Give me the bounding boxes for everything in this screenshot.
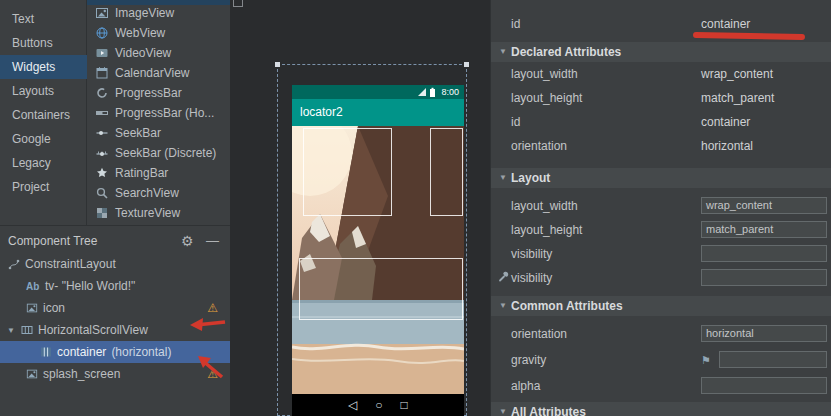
warning-icon: ⚠	[207, 367, 230, 381]
palette-item-progressbar[interactable]: ProgressBar	[87, 83, 230, 103]
alpha-field[interactable]	[701, 377, 827, 394]
tree-item-horizontalscrollview[interactable]: ▼ HorizontalScrollView	[0, 319, 230, 341]
attribute-row: layout_width wrap_content	[491, 62, 831, 86]
attribute-label: layout_height	[511, 218, 582, 242]
palette-category-project[interactable]: Project	[0, 175, 87, 199]
app-title: locator2	[300, 105, 343, 119]
calendarview-icon	[95, 66, 109, 80]
palette-item-seekbar[interactable]: SeekBar	[87, 123, 230, 143]
tree-item-label: container	[57, 345, 106, 359]
attribute-label: orientation	[511, 322, 567, 346]
resize-handle[interactable]	[464, 62, 469, 67]
component-tree-title: Component Tree	[8, 229, 97, 253]
resize-handle[interactable]	[275, 62, 280, 67]
attribute-row: gravity ⚑	[491, 348, 831, 372]
status-time: 8:00	[441, 87, 459, 97]
layout-width-combobox[interactable]: wrap_content	[701, 197, 827, 214]
attribute-value[interactable]: match_parent	[701, 86, 774, 110]
chevron-down-icon: ▼	[499, 42, 507, 62]
palette-item-progressbar-horizontal[interactable]: ProgressBar (Ho...	[87, 103, 230, 123]
palette-item-imageview[interactable]: ImageView	[87, 3, 230, 23]
tree-item-constraintlayout[interactable]: ConstraintLayout	[0, 253, 230, 275]
section-header-common-attributes[interactable]: ▼ Common Attributes	[491, 296, 831, 316]
tree-item-splash-screen[interactable]: splash_screen ⚠	[0, 363, 230, 385]
attribute-value[interactable]: container	[701, 110, 750, 134]
gear-icon[interactable]: ⚙	[181, 229, 194, 253]
imageview-bounds-outline	[299, 258, 463, 320]
chevron-down-icon: ▼	[499, 296, 507, 316]
palette-item-label: WebView	[115, 26, 165, 40]
chevron-down-icon[interactable]: ▼	[6, 326, 16, 335]
palette-item-videoview[interactable]: VideoView	[87, 43, 230, 63]
palette-category-text[interactable]: Text	[0, 7, 87, 31]
gravity-field[interactable]	[719, 351, 827, 368]
section-header-layout[interactable]: ▼ Layout	[491, 168, 831, 188]
tree-item-textview[interactable]: Ab tv- "Hello World!"	[0, 275, 230, 297]
attribute-value[interactable]: wrap_content	[701, 62, 773, 86]
palette-category-buttons[interactable]: Buttons	[0, 31, 87, 55]
tools-visibility-combobox[interactable]	[701, 269, 827, 286]
palette-item-label: SeekBar	[115, 126, 161, 140]
palette-category-legacy[interactable]: Legacy	[0, 151, 87, 175]
tree-item-container[interactable]: container (horizontal)	[0, 341, 230, 363]
device-photo	[292, 126, 464, 394]
attribute-row: layout_width wrap_content	[491, 194, 831, 218]
attribute-row: orientation horizontal	[491, 322, 831, 346]
nav-recents-icon[interactable]: □	[401, 398, 408, 412]
tree-item-label: icon	[43, 301, 65, 315]
palette-item-ratingbar[interactable]: RatingBar	[87, 163, 230, 183]
seekbar-icon	[95, 126, 109, 140]
horizontalscrollview-icon	[21, 324, 33, 336]
palette-item-label: CalendarView	[115, 66, 190, 80]
palette-item-calendarview[interactable]: CalendarView	[87, 63, 230, 83]
attribute-value[interactable]: horizontal	[701, 134, 753, 158]
palette-category-google[interactable]: Google	[0, 127, 87, 151]
device-statusbar: 8:00	[292, 85, 464, 99]
chevron-down-icon: ▼	[499, 402, 507, 416]
attribute-row: id container	[491, 110, 831, 134]
section-header-declared-attributes[interactable]: ▼ Declared Attributes	[491, 42, 831, 62]
palette-widget-list: ImageView WebView VideoView CalendarView…	[87, 0, 230, 225]
device-preview[interactable]: 8:00 locator2	[292, 85, 464, 416]
section-header-all-attributes[interactable]: ▼ All Attributes	[491, 402, 831, 416]
tree-item-icon[interactable]: icon ⚠	[0, 297, 230, 319]
palette-category-layouts[interactable]: Layouts	[0, 79, 87, 103]
attributes-panel: id container ▼ Declared Attributes layou…	[490, 0, 831, 416]
imageview-bounds-outline	[430, 128, 463, 216]
attribute-row: alpha	[491, 374, 831, 398]
palette-category-widgets[interactable]: Widgets	[0, 55, 87, 79]
attribute-label: alpha	[511, 374, 540, 398]
warning-icon: ⚠	[207, 301, 230, 315]
palette-item-seekbar-discrete[interactable]: SeekBar (Discrete)	[87, 143, 230, 163]
palette-item-label: RatingBar	[115, 166, 168, 180]
hide-panel-icon[interactable]: —	[206, 229, 219, 253]
searchview-icon	[95, 186, 109, 200]
nav-home-icon[interactable]: ○	[375, 398, 382, 412]
palette-item-label: SearchView	[115, 186, 179, 200]
palette-item-label: TextureView	[115, 206, 180, 220]
palette-item-webview[interactable]: WebView	[87, 23, 230, 43]
progressbar-horizontal-icon	[95, 106, 109, 120]
attribute-row-id: id container	[491, 12, 831, 36]
attribute-label: id	[511, 12, 520, 36]
flag-icon[interactable]: ⚑	[701, 348, 711, 372]
attribute-label: visibility	[511, 242, 552, 266]
tree-item-label: ConstraintLayout	[25, 257, 116, 271]
orientation-combobox[interactable]: horizontal	[701, 325, 827, 342]
component-tree-panel: Component Tree ⚙ — ConstraintLayout Ab t…	[0, 225, 230, 416]
palette-item-label: SeekBar (Discrete)	[115, 146, 216, 160]
attribute-label: orientation	[511, 134, 567, 158]
attribute-row: orientation horizontal	[491, 134, 831, 158]
visibility-combobox[interactable]	[701, 245, 827, 262]
design-canvas[interactable]: 8:00 locator2	[230, 0, 490, 416]
palette-item-searchview[interactable]: SearchView	[87, 183, 230, 203]
nav-back-icon[interactable]: ◁	[348, 398, 357, 412]
section-title: Declared Attributes	[511, 42, 621, 62]
palette-item-label: ProgressBar (Ho...	[115, 106, 214, 120]
layout-height-combobox[interactable]: match_parent	[701, 221, 827, 238]
palette-category-containers[interactable]: Containers	[0, 103, 87, 127]
attribute-row: layout_height match_parent	[491, 218, 831, 242]
attribute-label: layout_height	[511, 86, 582, 110]
palette-item-textureview[interactable]: TextureView	[87, 203, 230, 223]
webview-icon	[95, 26, 109, 40]
